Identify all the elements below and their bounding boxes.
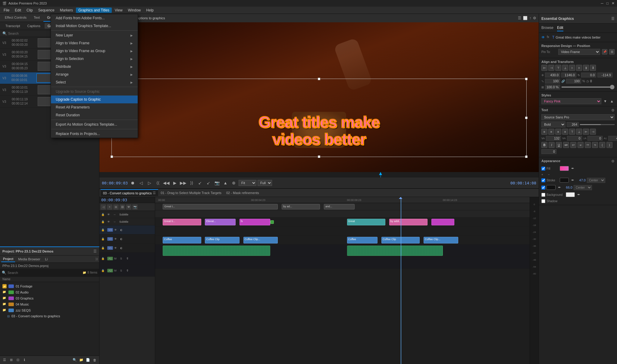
track-mic-a1[interactable]: 🎙 (126, 257, 131, 260)
opacity-value[interactable]: 100.0 % (545, 85, 560, 89)
weight-dropdown[interactable]: Bold Regular Italic (541, 121, 565, 127)
track-lock-a2[interactable]: 🔒 (101, 269, 106, 272)
btn-extra[interactable]: ⊕ (230, 179, 237, 187)
menu-file[interactable]: File (1, 8, 12, 13)
background-color-swatch[interactable] (566, 192, 575, 197)
align-center-h-btn[interactable]: ⊣ (548, 65, 554, 71)
track-mic-a2[interactable]: 🎙 (126, 269, 131, 272)
align-bottom-btn[interactable]: ⊧ (576, 65, 582, 71)
step-back-btn[interactable]: ◀◀ (163, 179, 170, 187)
stroke-eyedropper[interactable]: ✒ (570, 177, 575, 183)
monitor-export-icon[interactable]: ↑ (529, 16, 531, 20)
stroke-value[interactable]: 47.0 (577, 178, 586, 182)
styles-down-btn[interactable]: ▼ (603, 99, 608, 104)
menu-arrange[interactable]: Arrange ▶ (51, 71, 138, 78)
appearance-settings-icon[interactable]: ⚙ (611, 159, 615, 164)
timeline-current-time[interactable]: 00:00:09:03 (101, 198, 127, 202)
styles-up-btn[interactable]: ▲ (609, 99, 615, 104)
track-lock-v3[interactable]: 🔒 (101, 228, 106, 231)
project-tab-media[interactable]: Media Browser (16, 256, 42, 262)
menu-reset-all-params[interactable]: Reset All Parameters (51, 103, 138, 111)
v1-clip-6[interactable]: Coffee Clip... (424, 237, 458, 243)
font-size-value[interactable]: 264 (567, 122, 579, 127)
monitor-popout-icon[interactable]: ⬜ (523, 16, 528, 20)
text-extra-value[interactable]: 0 (541, 149, 556, 154)
menu-graphics[interactable]: Graphics and Titles (76, 8, 112, 13)
zoom-out-btn[interactable]: ◁ (101, 204, 106, 210)
v3-clip-3[interactable]: fx (240, 219, 270, 225)
menu-select[interactable]: Select ▶ (51, 78, 138, 86)
shadow-checkbox[interactable] (541, 199, 545, 203)
align-spacing-v-btn[interactable]: ⊼ (590, 65, 596, 71)
menu-view[interactable]: View (112, 8, 125, 13)
freeform-btn[interactable]: ⊡ (15, 357, 20, 363)
file-item-footage[interactable]: 📁 01 Footage (1, 283, 98, 289)
seq-tab-3[interactable]: 02 - Mask refinements (224, 190, 262, 196)
align-spacing-h-btn[interactable]: ⊻ (583, 65, 589, 71)
file-item-sequence[interactable]: ⊟ 03 - Convert captions to graphics (1, 313, 98, 319)
stroke2-checkbox[interactable] (541, 186, 545, 190)
v1-clip-5[interactable]: Coffee Clip (381, 237, 420, 243)
stroke-checkbox[interactable] (541, 178, 545, 182)
background-checkbox[interactable] (541, 193, 545, 197)
font-size-slider[interactable] (580, 124, 615, 125)
align-right-btn[interactable]: ⊤ (555, 65, 561, 71)
quality-select[interactable]: Full 1/2 1/4 (258, 180, 272, 186)
project-menu-icon[interactable]: ☰ (93, 249, 97, 253)
close-btn[interactable]: ✕ (612, 1, 615, 5)
track-mute-a1[interactable]: M (114, 257, 119, 260)
camera-btn[interactable]: 📷 (132, 204, 138, 210)
subscript-btn[interactable]: st (578, 142, 584, 148)
track-mute-v3[interactable]: ◐ (120, 228, 125, 231)
subtitle-clip-1[interactable]: Great t... (163, 204, 278, 209)
text-settings-icon[interactable]: ⚙ (611, 108, 615, 113)
opacity-slider[interactable] (561, 86, 615, 88)
track-solo-a2[interactable]: S (120, 269, 125, 272)
list-view-btn[interactable]: ☰ (2, 357, 7, 363)
monitor-settings-icon[interactable]: ☰ (518, 16, 521, 20)
monitor-scrubber[interactable] (99, 172, 539, 177)
project-tab-libraries[interactable]: Li (43, 256, 50, 262)
seq-tab-2[interactable]: 01 - Drag to Select Multiple Track Targe… (158, 190, 224, 196)
styles-dropdown[interactable]: Fancy Pink None (541, 98, 601, 104)
bold-btn[interactable]: B (541, 142, 547, 148)
underline-btn[interactable]: U (556, 142, 562, 148)
track-vis-v2[interactable]: 👁 (114, 237, 119, 240)
sub-tab-transcript[interactable]: Transcript (2, 23, 23, 29)
tab-effect-controls[interactable]: Effect Controls (1, 14, 30, 22)
v1-clip-3[interactable]: Coffee Clip... (243, 237, 278, 243)
file-item-graphics[interactable]: 📁 03 Graphics (1, 295, 98, 301)
y-value[interactable]: 1146.0 (561, 73, 576, 77)
file-item-music[interactable]: 📁 04 Music (1, 301, 98, 307)
prev-frame-btn[interactable]: ◁ (137, 179, 145, 187)
v3-clip-5[interactable]: by addi... (389, 219, 428, 225)
timecode-current[interactable]: 00:00:09:03 (102, 181, 128, 185)
align-top-btn[interactable]: ⊥ (562, 65, 568, 71)
selection-handle-bl[interactable] (111, 155, 113, 158)
text-align-left[interactable]: ≡ (541, 129, 547, 135)
v3-clip-1[interactable]: Great ti... (163, 219, 201, 225)
track-mute-a2[interactable]: M (114, 269, 119, 272)
tab-text[interactable]: Text (30, 14, 43, 22)
restore-btn[interactable]: □ (606, 1, 609, 5)
menu-reset-duration[interactable]: Reset Duration (51, 111, 138, 119)
v1-clip-4[interactable]: Coffee (347, 237, 378, 243)
track-target-a2[interactable]: A2 (107, 269, 113, 272)
selection-handle-tm[interactable] (318, 78, 320, 80)
prev-item-btn[interactable]: ⟨ (599, 142, 605, 148)
selection-handle-br[interactable] (525, 155, 528, 158)
menu-add-fonts[interactable]: Add Fonts from Adobe Fonts... (51, 14, 138, 22)
track-target-v2[interactable]: V2 (107, 237, 113, 241)
eg-tab-edit[interactable]: Edit (557, 25, 563, 31)
v3-marker[interactable] (270, 220, 274, 224)
stroke2-value[interactable]: 66.0 (563, 186, 572, 189)
selection-handle-bm[interactable] (318, 155, 320, 158)
track-target-a1[interactable]: A1 (107, 257, 113, 260)
kerning-value[interactable]: 132 (546, 136, 561, 141)
project-tab-project[interactable]: Project (1, 256, 15, 262)
text-justify[interactable]: ≡ (562, 129, 568, 135)
monitor-settings2-icon[interactable]: ⚙ (533, 16, 536, 20)
menu-sequence[interactable]: Sequence (36, 8, 57, 13)
menu-upgrade-caption[interactable]: Upgrade Caption to Graphic (51, 96, 138, 103)
font-dropdown[interactable]: Source Sans Pro (541, 114, 615, 120)
